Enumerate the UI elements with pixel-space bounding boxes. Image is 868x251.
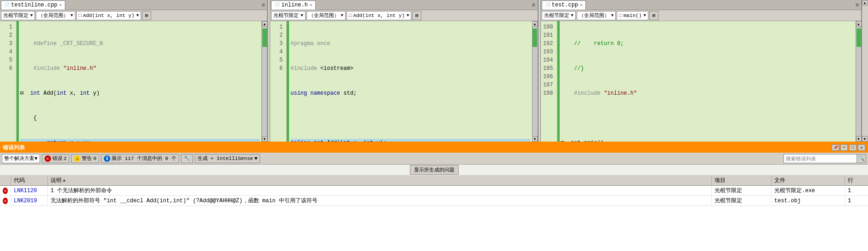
linenum: 193	[543, 48, 553, 56]
func-dropdown-3[interactable]: □ main() ▼	[617, 11, 648, 20]
error-code-link-2[interactable]: LNK2019	[14, 198, 37, 204]
scope-error-label: 整个解决方案	[4, 155, 34, 162]
scroll-up-main[interactable]: ▲	[862, 0, 868, 6]
col-header-file[interactable]: 文件	[772, 176, 845, 185]
pin-icon-3[interactable]: ⊞	[854, 2, 860, 8]
scroll-down-3[interactable]: ▼	[856, 136, 862, 142]
scope-label-1: 光棍节限定	[3, 12, 28, 19]
toolbar-btn-2[interactable]: ⊞	[412, 11, 421, 20]
warning-count-btn[interactable]: ⚠ 警告 0	[71, 154, 99, 163]
code-row: inline int Add(int x, int y);	[290, 139, 530, 142]
scroll-thumb-3[interactable]	[857, 29, 861, 47]
code-row	[290, 114, 530, 122]
code-content-1[interactable]: #define _CRT_SECURE_N #include "inline.h…	[17, 21, 261, 142]
error-code-link-1[interactable]: LNK1120	[14, 188, 37, 194]
main-scrollbar[interactable]: ▲ ▼	[862, 0, 868, 142]
tab-testcpp[interactable]: 📄 test.cpp ✕	[542, 0, 586, 10]
code-row: #pragma once	[290, 40, 530, 48]
func-dropdown-2[interactable]: □ Add(int x, int y) ▼	[346, 11, 411, 20]
pin-icon-1[interactable]: ⊞	[261, 2, 267, 8]
scope-dropdown-error[interactable]: 整个解决方案 ▼	[2, 154, 40, 163]
code-token: ⊟	[20, 90, 30, 97]
toolbar-btn-1[interactable]: ⊞	[142, 11, 151, 20]
code-row: using namespace std;	[290, 89, 530, 97]
tab-testcpp-label: test.cpp	[552, 2, 579, 8]
search-input[interactable]	[783, 154, 857, 163]
tab-testinline-label: testinline.cpp	[11, 2, 57, 8]
col-header-desc[interactable]: 说明 ▲	[48, 176, 712, 185]
pin-icon-2[interactable]: ⊞	[531, 2, 537, 8]
tab-inlineh-close[interactable]: ✕	[310, 2, 312, 8]
tab-inlineh[interactable]: 📄 inline.h ✕	[271, 0, 316, 10]
scope-dropdown-1[interactable]: 光棍节限定 ▼	[1, 11, 35, 20]
linenum: 6	[2, 64, 12, 73]
error-count-btn[interactable]: ✕ 错误 2	[42, 154, 70, 163]
error-panel-controls: 📌 − □ ✕	[832, 144, 865, 151]
scroll-up-1[interactable]: ▲	[262, 21, 267, 27]
scope-label-2: 光棍节限定	[273, 12, 299, 19]
tab-testcpp-close[interactable]: ✕	[580, 2, 583, 8]
global-label-3: （全局范围）	[579, 12, 609, 19]
toolbar-btn-3[interactable]: ⊞	[649, 11, 658, 20]
code-token: #include	[20, 65, 63, 72]
filter-btn[interactable]: 🔧	[181, 154, 193, 163]
col-header-code[interactable]: 代码	[11, 176, 48, 185]
col-header-project[interactable]: 项目	[712, 176, 772, 185]
line-numbers-1: 1 2 3 4 5 6	[0, 21, 17, 142]
scrollbar-v-1[interactable]: ▲ ▼	[261, 21, 267, 142]
col-project-label: 项目	[715, 177, 726, 184]
code-row: //}	[561, 64, 854, 73]
code-area-1: 1 2 3 4 5 6 #define _CRT_SECURE_N #inclu…	[0, 21, 267, 142]
code-row: {	[20, 114, 260, 122]
h-file-icon: 📄	[274, 2, 280, 8]
scrollbar-v-2[interactable]: ▲ ▼	[532, 21, 538, 142]
error-panel-minimize-btn[interactable]: −	[840, 144, 848, 151]
code-content-3[interactable]: // return 0; //} #include "inline.h" ⊟ i…	[557, 21, 856, 142]
code-row: #define _CRT_SECURE_N	[20, 40, 260, 48]
editor-pane-testinline: 📄 testinline.cpp ✕ ⊞ 光棍节限定 ▼ （全局范围） ▼ □ …	[0, 0, 267, 142]
tab-testinline[interactable]: 📄 testinline.cpp ✕	[1, 0, 65, 10]
scroll-up-3[interactable]: ▲	[856, 21, 862, 27]
green-bar-2	[287, 21, 289, 142]
code-token: return	[47, 140, 67, 142]
error-desc-2: 无法解析的外部符号 "int __cdecl Add(int,int)" (?A…	[51, 197, 318, 205]
error-panel-pin-btn[interactable]: 📌	[832, 144, 839, 151]
toolbar-3: 光棍节限定 ▼ （全局范围） ▼ □ main() ▼ ⊞	[541, 10, 862, 21]
global-dropdown-1[interactable]: （全局范围） ▼	[36, 11, 75, 20]
scope-dropdown-2[interactable]: 光棍节限定 ▼	[271, 11, 305, 20]
global-dropdown-3[interactable]: （全局范围） ▼	[577, 11, 616, 20]
row-code-1: LNK1120	[11, 186, 48, 195]
scroll-thumb-2[interactable]	[533, 29, 537, 47]
scroll-down-2[interactable]: ▼	[532, 136, 538, 142]
linenum: 198	[543, 89, 553, 97]
code-token	[310, 140, 313, 142]
scroll-down-main[interactable]: ▼	[862, 136, 868, 142]
scroll-up-2[interactable]: ▲	[532, 21, 538, 27]
error-panel-restore-btn[interactable]: □	[849, 144, 857, 151]
func-icon-2: □	[349, 13, 352, 18]
code-token: int	[80, 90, 90, 97]
green-bar-1	[17, 21, 19, 142]
global-dropdown-2[interactable]: （全局范围） ▼	[306, 11, 346, 20]
scope-dropdown-3[interactable]: 光棍节限定 ▼	[542, 11, 576, 20]
code-token: // return 0;	[561, 40, 624, 47]
code-row	[561, 114, 854, 122]
error-desc-1: 1 个无法解析的外部命令	[51, 187, 112, 194]
show-generated-btn[interactable]: 显示所生成的问题	[410, 165, 459, 175]
build-dropdown[interactable]: 生成 + IntelliSense ▼	[195, 154, 261, 163]
code-token: x,	[67, 90, 80, 97]
scroll-thumb-1[interactable]	[262, 29, 267, 47]
message-count-btn[interactable]: ℹ 展示 117 个消息中的 0 个	[101, 154, 179, 163]
warning-count: 0	[93, 156, 96, 161]
col-header-line[interactable]: 行	[845, 176, 868, 185]
toolbar-2: 光棍节限定 ▼ （全局范围） ▼ □ Add(int x, int y) ▼ ⊞	[270, 10, 537, 21]
scrollbar-v-3[interactable]: ▲ ▼	[856, 21, 861, 142]
scroll-down-1[interactable]: ▼	[262, 136, 267, 142]
error-panel-close-btn[interactable]: ✕	[858, 144, 865, 151]
code-content-2[interactable]: #pragma once #include <iostream> using n…	[287, 21, 532, 142]
toolbar-1: 光棍节限定 ▼ （全局范围） ▼ □ Add(int x, int y) ▼ ⊞	[0, 10, 267, 21]
search-icon-btn[interactable]: 🔍	[857, 154, 866, 163]
func-dropdown-1[interactable]: □ Add(int x, int y) ▼	[76, 11, 141, 20]
row-check-2: ✕	[0, 196, 11, 205]
tab-testinline-close[interactable]: ✕	[59, 2, 62, 8]
